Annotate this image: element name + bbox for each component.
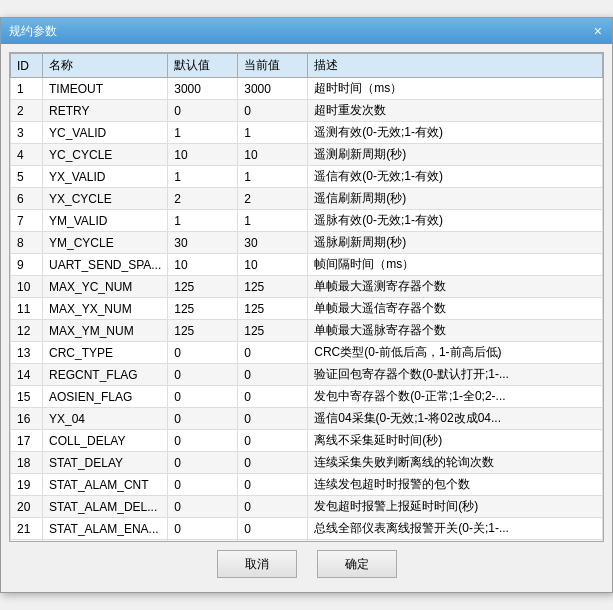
cell-current: 0 xyxy=(238,518,308,540)
table-row[interactable]: 3 YC_VALID 1 1 遥测有效(0-无效;1-有效) xyxy=(11,122,603,144)
cell-default: 125 xyxy=(168,276,238,298)
cell-current: 10 xyxy=(238,144,308,166)
cell-name: TIMEOUT xyxy=(43,78,168,100)
cell-default: 0 xyxy=(168,100,238,122)
cell-current: 1 xyxy=(238,122,308,144)
cell-default: 0 xyxy=(168,452,238,474)
table-row[interactable]: 10 MAX_YC_NUM 125 125 单帧最大遥测寄存器个数 xyxy=(11,276,603,298)
cell-default: 0 xyxy=(168,386,238,408)
cell-name: MAX_YC_NUM xyxy=(43,276,168,298)
cell-desc: 总线全部仪表离线报警开关(0-关;1-... xyxy=(308,518,603,540)
cell-default: 125 xyxy=(168,320,238,342)
table-row[interactable]: 11 MAX_YX_NUM 125 125 单帧最大遥信寄存器个数 xyxy=(11,298,603,320)
cell-default: 0 xyxy=(168,408,238,430)
cell-id: 16 xyxy=(11,408,43,430)
cell-name: UART_SEND_SPA... xyxy=(43,254,168,276)
cell-id: 12 xyxy=(11,320,43,342)
cell-current: 0 xyxy=(238,474,308,496)
cell-desc: 遥测有效(0-无效;1-有效) xyxy=(308,122,603,144)
table-row[interactable]: 12 MAX_YM_NUM 125 125 单帧最大遥脉寄存器个数 xyxy=(11,320,603,342)
cell-id: 20 xyxy=(11,496,43,518)
cell-desc: 遥脉刷新周期(秒) xyxy=(308,232,603,254)
table-row[interactable]: 13 CRC_TYPE 0 0 CRC类型(0-前低后高，1-前高后低) xyxy=(11,342,603,364)
cell-id: 3 xyxy=(11,122,43,144)
table-row[interactable]: 19 STAT_ALAM_CNT 0 0 连续发包超时时报警的包个数 xyxy=(11,474,603,496)
cell-name: REGCNT_FLAG xyxy=(43,364,168,386)
table-row[interactable]: 18 STAT_DELAY 0 0 连续采集失败判断离线的轮询次数 xyxy=(11,452,603,474)
table-row[interactable]: 2 RETRY 0 0 超时重发次数 xyxy=(11,100,603,122)
header-desc: 描述 xyxy=(308,54,603,78)
cell-name: STAT_DELAY xyxy=(43,452,168,474)
cell-desc: 帧间隔时间（ms） xyxy=(308,254,603,276)
table-row[interactable]: 15 AOSIEN_FLAG 0 0 发包中寄存器个数(0-正常;1-全0;2-… xyxy=(11,386,603,408)
cancel-button[interactable]: 取消 xyxy=(217,550,297,578)
cell-desc: 发包超时报警上报延时时间(秒) xyxy=(308,496,603,518)
table-row[interactable]: 21 STAT_ALAM_ENA... 0 0 总线全部仪表离线报警开关(0-关… xyxy=(11,518,603,540)
cell-current: 0 xyxy=(238,364,308,386)
cell-current: 10 xyxy=(238,254,308,276)
cell-id: 17 xyxy=(11,430,43,452)
cell-desc: 单帧最大遥信寄存器个数 xyxy=(308,298,603,320)
close-button[interactable]: × xyxy=(592,24,604,38)
cell-current: 3000 xyxy=(238,78,308,100)
cell-default: 2 xyxy=(168,188,238,210)
button-bar: 取消 确定 xyxy=(9,542,604,584)
cell-desc: 单帧最大遥脉寄存器个数 xyxy=(308,320,603,342)
table-row[interactable]: 20 STAT_ALAM_DEL... 0 0 发包超时报警上报延时时间(秒) xyxy=(11,496,603,518)
cell-default: 10 xyxy=(168,144,238,166)
cell-current: 1 xyxy=(238,210,308,232)
cell-current: 0 xyxy=(238,342,308,364)
cell-id: 4 xyxy=(11,144,43,166)
table-row[interactable]: 9 UART_SEND_SPA... 10 10 帧间隔时间（ms） xyxy=(11,254,603,276)
cell-current: 0 xyxy=(238,408,308,430)
cell-desc: 单帧最大遥测寄存器个数 xyxy=(308,276,603,298)
cell-id: 14 xyxy=(11,364,43,386)
cell-id: 6 xyxy=(11,188,43,210)
table-row[interactable]: 16 YX_04 0 0 遥信04采集(0-无效;1-将02改成04... xyxy=(11,408,603,430)
cell-desc: 离线不采集延时时间(秒) xyxy=(308,430,603,452)
cell-id: 8 xyxy=(11,232,43,254)
cell-name: COLL_DELAY xyxy=(43,430,168,452)
confirm-button[interactable]: 确定 xyxy=(317,550,397,578)
cell-name: AOSIEN_FLAG xyxy=(43,386,168,408)
cell-default: 10 xyxy=(168,254,238,276)
table-row[interactable]: 17 COLL_DELAY 0 0 离线不采集延时时间(秒) xyxy=(11,430,603,452)
cell-name: YC_CYCLE xyxy=(43,144,168,166)
cell-id: 10 xyxy=(11,276,43,298)
table-row[interactable]: 5 YX_VALID 1 1 遥信有效(0-无效;1-有效) xyxy=(11,166,603,188)
params-table: ID 名称 默认值 当前值 描述 1 TIMEOUT 3000 3000 超时时… xyxy=(10,53,603,542)
cell-current: 125 xyxy=(238,320,308,342)
cell-id: 21 xyxy=(11,518,43,540)
cell-desc: 遥测刷新周期(秒) xyxy=(308,144,603,166)
cell-id: 13 xyxy=(11,342,43,364)
cell-id: 2 xyxy=(11,100,43,122)
table-row[interactable]: 7 YM_VALID 1 1 遥脉有效(0-无效;1-有效) xyxy=(11,210,603,232)
cell-current: 125 xyxy=(238,298,308,320)
main-window: 规约参数 × ID 名称 默认值 当前值 描述 1 TIMEOUT 3000 xyxy=(0,17,613,593)
cell-name: YM_VALID xyxy=(43,210,168,232)
cell-desc: 连续采集失败判断离线的轮询次数 xyxy=(308,452,603,474)
table-container[interactable]: ID 名称 默认值 当前值 描述 1 TIMEOUT 3000 3000 超时时… xyxy=(9,52,604,542)
table-header-row: ID 名称 默认值 当前值 描述 xyxy=(11,54,603,78)
table-row[interactable]: 8 YM_CYCLE 30 30 遥脉刷新周期(秒) xyxy=(11,232,603,254)
cell-name: YC_VALID xyxy=(43,122,168,144)
cell-id: 18 xyxy=(11,452,43,474)
cell-name: MAX_YX_NUM xyxy=(43,298,168,320)
cell-default: 1 xyxy=(168,122,238,144)
cell-default: 0 xyxy=(168,342,238,364)
table-row[interactable]: 6 YX_CYCLE 2 2 遥信刷新周期(秒) xyxy=(11,188,603,210)
cell-id: 7 xyxy=(11,210,43,232)
cell-current: 1 xyxy=(238,166,308,188)
window-content: ID 名称 默认值 当前值 描述 1 TIMEOUT 3000 3000 超时时… xyxy=(1,44,612,592)
table-row[interactable]: 4 YC_CYCLE 10 10 遥测刷新周期(秒) xyxy=(11,144,603,166)
cell-current: 2 xyxy=(238,188,308,210)
cell-name: MAX_YM_NUM xyxy=(43,320,168,342)
cell-desc: 遥信04采集(0-无效;1-将02改成04... xyxy=(308,408,603,430)
cell-desc: 发包中寄存器个数(0-正常;1-全0;2-... xyxy=(308,386,603,408)
table-row[interactable]: 1 TIMEOUT 3000 3000 超时时间（ms） xyxy=(11,78,603,100)
cell-default: 30 xyxy=(168,232,238,254)
cell-desc: 验证回包寄存器个数(0-默认打开;1-... xyxy=(308,364,603,386)
window-title: 规约参数 xyxy=(9,23,57,40)
cell-current: 0 xyxy=(238,452,308,474)
table-row[interactable]: 14 REGCNT_FLAG 0 0 验证回包寄存器个数(0-默认打开;1-..… xyxy=(11,364,603,386)
